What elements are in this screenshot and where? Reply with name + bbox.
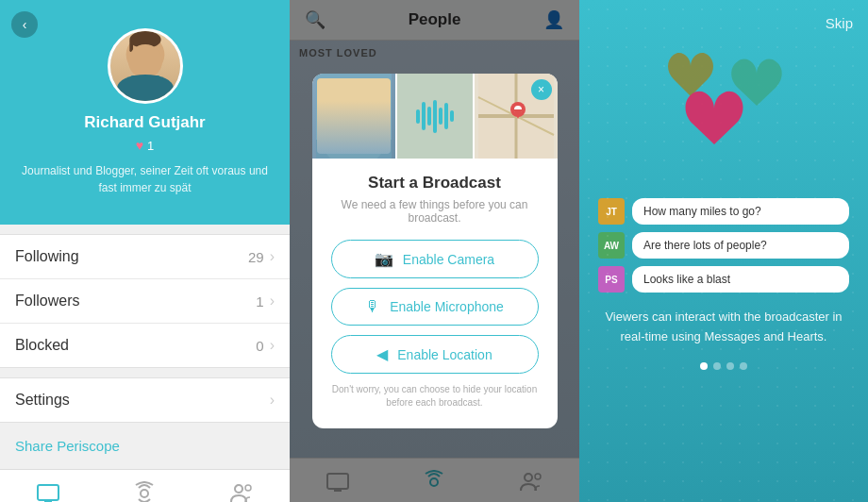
blocked-item[interactable]: Blocked 0 › (0, 324, 290, 367)
svg-point-14 (321, 102, 387, 159)
profile-panel: ‹ Richard Gutjahr (0, 0, 290, 502)
onboard-description: Viewers can interact with the broadcaste… (598, 308, 849, 347)
enable-microphone-button[interactable]: 🎙 Enable Microphone (331, 288, 539, 326)
avatar-aw: AW (598, 232, 625, 259)
chevron-icon: › (270, 337, 275, 354)
tab-people[interactable] (210, 477, 273, 502)
broadcast-footnote: Don't worry, you can choose to hide your… (331, 383, 539, 410)
initials-jt: JT (606, 207, 617, 217)
microphone-icon: 🎙 (365, 298, 380, 315)
svg-point-12 (245, 485, 251, 491)
broadcast-icon (132, 481, 157, 502)
back-button[interactable]: ‹ (11, 11, 38, 38)
blocked-label: Blocked (15, 337, 69, 354)
share-periscope-link[interactable]: Share Periscope (0, 423, 290, 469)
followers-right: 1 › (256, 293, 275, 310)
svg-rect-19 (370, 113, 375, 140)
svg-rect-5 (129, 75, 160, 98)
svg-rect-18 (333, 113, 338, 140)
settings-section: Settings › (0, 377, 290, 423)
chat-bubble-aw: Are there lots of people? (632, 232, 849, 259)
profile-tab-bar (0, 469, 290, 502)
tab-tv[interactable] (17, 477, 79, 502)
heart-icon: ♥ (136, 138, 143, 153)
svg-point-3 (136, 52, 142, 58)
profile-header: ‹ Richard Gutjahr (0, 0, 290, 225)
svg-marker-6 (138, 75, 152, 82)
camera-icon: 📷 (375, 250, 393, 268)
avatar-illustration (110, 31, 180, 101)
broadcast-title: Start a Broadcast (331, 174, 539, 192)
dot-3[interactable] (726, 362, 734, 370)
following-item[interactable]: Following 29 › (0, 235, 290, 279)
location-icon: ◀ (376, 345, 388, 363)
profile-name: Richard Gutjahr (84, 113, 205, 132)
blocked-count: 0 (256, 338, 263, 354)
chat-bubble-jt: How many miles to go? (632, 198, 849, 225)
blocked-right: 0 › (256, 337, 275, 354)
svg-rect-2 (129, 40, 133, 52)
avatar-jt: JT (598, 198, 625, 225)
tab-broadcast[interactable] (113, 477, 175, 502)
svg-rect-16 (342, 109, 365, 138)
onboarding-panel: Skip JT How many miles to go? AW Ar (579, 0, 868, 502)
followers-item[interactable]: Followers 1 › (0, 279, 290, 324)
broadcast-photo-2 (397, 74, 473, 159)
dot-1[interactable] (700, 362, 708, 370)
dot-4[interactable] (740, 362, 747, 370)
chat-message-ps: Looks like a blast (643, 273, 730, 286)
chevron-icon: › (270, 248, 275, 265)
skip-button[interactable]: Skip (826, 15, 853, 31)
broadcast-images: × (312, 74, 558, 159)
broadcast-overlay: × Start a Broadcast We need a few things… (290, 0, 579, 502)
broadcast-photo-1 (312, 74, 395, 159)
enable-location-label: Enable Location (397, 347, 492, 362)
broadcast-body: Start a Broadcast We need a few things b… (312, 159, 558, 428)
chevron-icon: › (270, 392, 275, 409)
initials-aw: AW (604, 241, 619, 251)
enable-camera-button[interactable]: 📷 Enable Camera (331, 240, 539, 278)
avatar-image (110, 31, 180, 101)
svg-point-11 (235, 485, 242, 493)
people-panel: 🔍 People 👤 MOST LOVED (290, 0, 579, 502)
waveform-graphic (416, 97, 454, 135)
chat-message-jt: How many miles to go? (643, 205, 761, 218)
hearts-svg (639, 38, 809, 184)
people-icon (229, 481, 254, 502)
avatar (108, 28, 183, 104)
chat-message-aw: Are there lots of people? (643, 239, 767, 252)
close-modal-button[interactable]: × (531, 79, 552, 100)
svg-point-4 (148, 52, 154, 58)
svg-point-1 (129, 31, 160, 48)
initials-ps: PS (605, 275, 617, 285)
building-illustration (312, 74, 395, 159)
svg-rect-7 (38, 485, 58, 500)
chevron-icon: › (270, 293, 275, 310)
chat-row-ps: PS Looks like a blast (598, 266, 849, 293)
svg-point-15 (337, 91, 371, 132)
menu-list: Following 29 › Followers 1 › Blocked 0 › (0, 234, 290, 368)
chat-row-aw: AW Are there lots of people? (598, 232, 849, 259)
profile-bio: Journalist und Blogger, seiner Zeit oft … (19, 162, 271, 196)
svg-point-10 (141, 490, 148, 497)
enable-camera-label: Enable Camera (403, 252, 494, 267)
hearts-graphic (639, 38, 809, 179)
following-label: Following (15, 248, 79, 265)
chat-section: JT How many miles to go? AW Are there lo… (598, 198, 849, 293)
broadcast-modal: × Start a Broadcast We need a few things… (312, 74, 558, 428)
following-count: 29 (248, 249, 264, 265)
enable-location-button[interactable]: ◀ Enable Location (331, 335, 539, 374)
settings-item[interactable]: Settings › (0, 378, 290, 422)
broadcast-subtitle: We need a few things before you can broa… (331, 198, 539, 225)
followers-label: Followers (15, 293, 79, 310)
followers-count: 1 (256, 293, 263, 310)
profile-heart-count: ♥ 1 (136, 138, 155, 153)
chat-row-jt: JT How many miles to go? (598, 198, 849, 225)
dot-2[interactable] (713, 362, 721, 370)
svg-rect-13 (316, 74, 392, 159)
chat-bubble-ps: Looks like a blast (632, 266, 849, 293)
pagination-dots (700, 362, 747, 370)
avatar-ps: PS (598, 266, 625, 293)
settings-label: Settings (15, 392, 70, 409)
enable-microphone-label: Enable Microphone (390, 299, 504, 314)
